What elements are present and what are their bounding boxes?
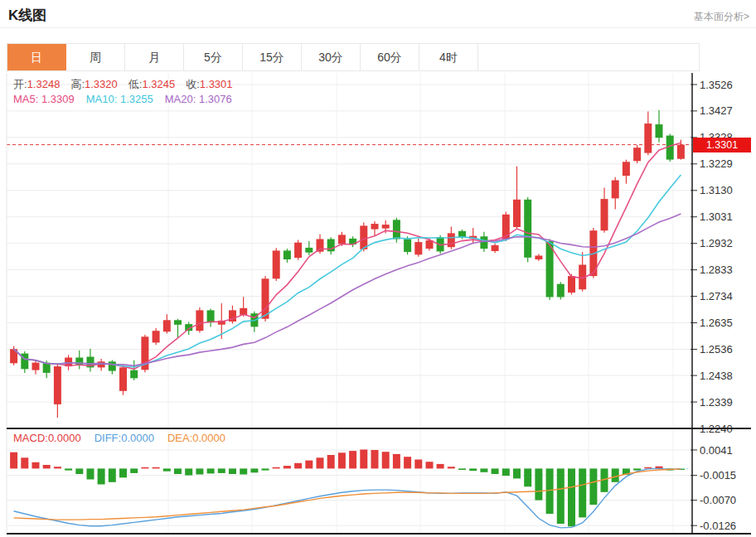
low-value: 1.3245 — [142, 78, 175, 90]
open-label: 开: — [13, 78, 27, 90]
ma5-value: 1.3309 — [41, 93, 75, 105]
svg-text:-0.0070: -0.0070 — [700, 494, 736, 506]
close-value: 1.3301 — [200, 78, 233, 90]
ma-legend: MA5: 1.3309MA10: 1.3255MA20: 1.3076 — [13, 93, 232, 105]
ma10-value: 1.3255 — [120, 93, 153, 105]
close-label: 收: — [186, 78, 200, 90]
dea-label: DEA: — [167, 432, 192, 444]
svg-text:-0.0015: -0.0015 — [700, 469, 736, 481]
open-value: 1.3248 — [27, 78, 61, 90]
diff-label: DIFF: — [94, 432, 122, 444]
kline-page: { "header": { "title": "K线图", "link": "基… — [0, 0, 756, 537]
svg-text:1.3031: 1.3031 — [700, 210, 733, 223]
ma20-value: 1.3076 — [199, 93, 232, 105]
diff-value: 0.0000 — [121, 432, 154, 444]
svg-text:1.2339: 1.2339 — [700, 396, 733, 409]
high-label: 高: — [70, 78, 85, 90]
macd-value: 0.0000 — [48, 432, 81, 444]
svg-text:1.2734: 1.2734 — [700, 290, 733, 302]
macd-legend: MACD:0.0000DIFF:0.0000DEA:0.0000 — [13, 432, 225, 444]
svg-text:1.2833: 1.2833 — [700, 264, 733, 276]
svg-text:1.3427: 1.3427 — [700, 104, 733, 117]
svg-text:1.2536: 1.2536 — [700, 343, 733, 356]
svg-text:1.3229: 1.3229 — [700, 157, 733, 170]
svg-text:-0.0126: -0.0126 — [700, 520, 736, 532]
svg-text:1.2932: 1.2932 — [700, 237, 733, 249]
ma5-label: MA5: — [13, 93, 38, 105]
svg-text:0.0041: 0.0041 — [700, 444, 733, 457]
ohlc-legend: 开:1.3248高:1.3320低:1.3245收:1.3301 — [13, 77, 244, 92]
low-label: 低: — [128, 78, 143, 90]
current-price-tag: 1.3301 — [693, 138, 751, 152]
svg-text:1.2635: 1.2635 — [700, 317, 733, 329]
svg-text:1.3130: 1.3130 — [700, 184, 733, 196]
macd-label: MACD: — [13, 432, 48, 444]
ma20-label: MA20: — [165, 93, 196, 105]
svg-text:1.3526: 1.3526 — [700, 79, 733, 91]
svg-text:1.2438: 1.2438 — [700, 370, 733, 382]
ma10-label: MA10: — [86, 93, 118, 105]
high-value: 1.3320 — [85, 78, 118, 90]
dea-value: 0.0000 — [192, 432, 225, 444]
